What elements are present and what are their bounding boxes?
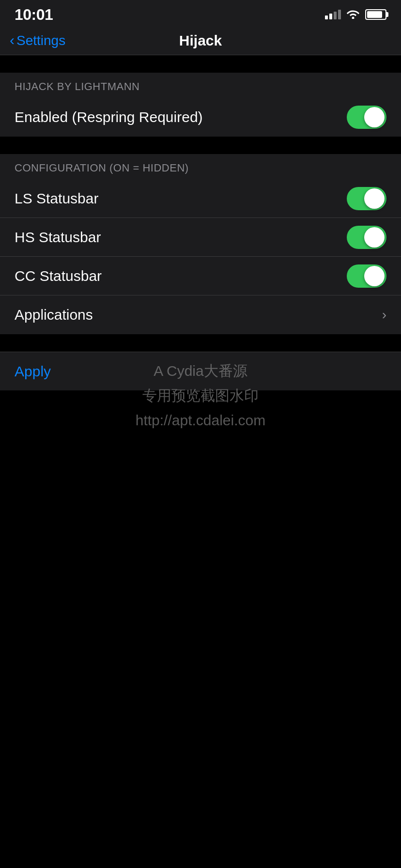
watermark-line3: http://apt.cdalei.com: [0, 408, 401, 433]
applications-label: Applications: [15, 307, 93, 323]
section-gap-1: [0, 55, 401, 73]
status-time: 10:01: [15, 6, 53, 24]
apply-section: Apply: [0, 352, 401, 390]
section2-header: CONFIGURATION (ON = HIDDEN): [0, 154, 401, 179]
apply-button[interactable]: Apply: [15, 363, 51, 380]
status-icons: [325, 8, 386, 21]
toggle-knob: [364, 188, 385, 209]
page-title: Hijack: [179, 32, 222, 49]
applications-chevron-icon: ›: [382, 307, 386, 323]
cc-statusbar-label: CC Statusbar: [15, 268, 102, 284]
section1-group: Enabled (Respring Required): [0, 98, 401, 137]
nav-bar: ‹ Settings Hijack: [0, 26, 401, 55]
ls-statusbar-toggle[interactable]: [347, 187, 386, 210]
ls-statusbar-label: LS Statusbar: [15, 190, 98, 207]
toggle-knob: [364, 107, 385, 127]
cc-statusbar-row: CC Statusbar: [0, 257, 401, 295]
enabled-toggle[interactable]: [347, 106, 386, 129]
section2-group: LS Statusbar HS Statusbar CC Statusbar A…: [0, 179, 401, 334]
enabled-row: Enabled (Respring Required): [0, 98, 401, 137]
cc-statusbar-toggle[interactable]: [347, 264, 386, 288]
ls-statusbar-row: LS Statusbar: [0, 179, 401, 218]
back-label: Settings: [16, 33, 65, 48]
toggle-knob: [364, 227, 385, 248]
back-chevron-icon: ‹: [10, 32, 15, 48]
status-bar: 10:01: [0, 0, 401, 26]
hs-statusbar-label: HS Statusbar: [15, 229, 101, 246]
hs-statusbar-row: HS Statusbar: [0, 218, 401, 257]
applications-row[interactable]: Applications ›: [0, 295, 401, 334]
back-button[interactable]: ‹ Settings: [10, 33, 65, 48]
section-gap-3: [0, 334, 401, 352]
section1-header: HIJACK BY LIGHTMANN: [0, 73, 401, 98]
signal-icon: [325, 10, 341, 19]
section-gap-2: [0, 137, 401, 154]
enabled-label: Enabled (Respring Required): [15, 109, 203, 125]
toggle-knob: [364, 266, 385, 286]
battery-icon: [365, 9, 386, 20]
wifi-icon: [346, 8, 360, 21]
hs-statusbar-toggle[interactable]: [347, 226, 386, 249]
